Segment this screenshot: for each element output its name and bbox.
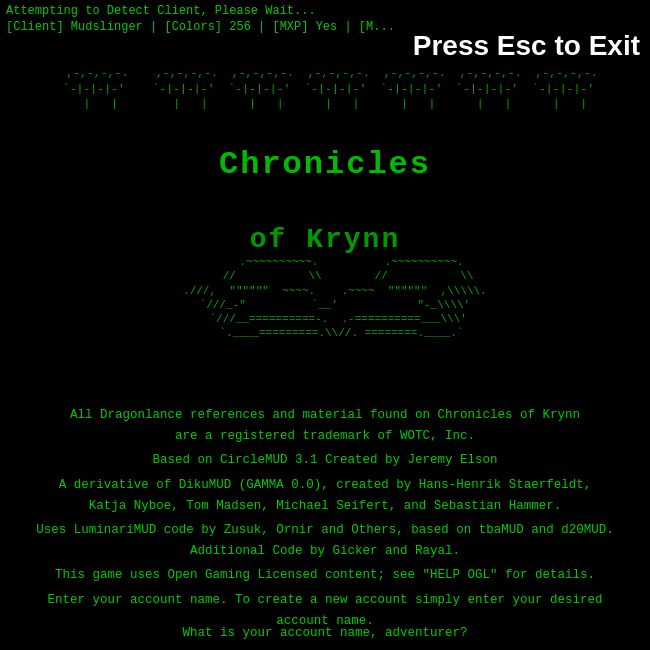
detecting-text: Attempting to Detect Client, Please Wait…: [6, 4, 644, 18]
chronicles-art: ,-,-,-,-. ,-,-,-,-. ,-,-,-,-. ,-,-,-,-. …: [0, 66, 650, 259]
ascii-title: ,-,-,-,-. ,-,-,-,-. ,-,-,-,-. ,-,-,-,-. …: [0, 65, 650, 259]
circlemud-text: Based on CircleMUD 3.1 Created by Jeremy…: [30, 450, 620, 471]
app: Attempting to Detect Client, Please Wait…: [0, 0, 650, 650]
client-line: [Client] Mudslinger | [Colors] 256 | [MX…: [6, 20, 644, 34]
prompt-text: What is your account name, adventurer?: [182, 626, 467, 640]
luminari-text: Uses LuminariMUD code by Zusuk, Ornir an…: [30, 520, 620, 561]
dikumud-text: A derivative of DikuMUD (GAMMA 0.0), cre…: [30, 475, 620, 516]
trademark-text: All Dragonlance references and material …: [30, 405, 620, 446]
info-block: All Dragonlance references and material …: [0, 405, 650, 635]
prompt-area: What is your account name, adventurer?: [0, 626, 650, 640]
ogl-text: This game uses Open Gaming Licensed cont…: [30, 565, 620, 586]
status-bar: Attempting to Detect Client, Please Wait…: [0, 0, 650, 38]
ascii-castle-art: .~~~~~~~~~~. .~~~~~~~~~~. // \\ // \\ ./…: [0, 255, 650, 341]
